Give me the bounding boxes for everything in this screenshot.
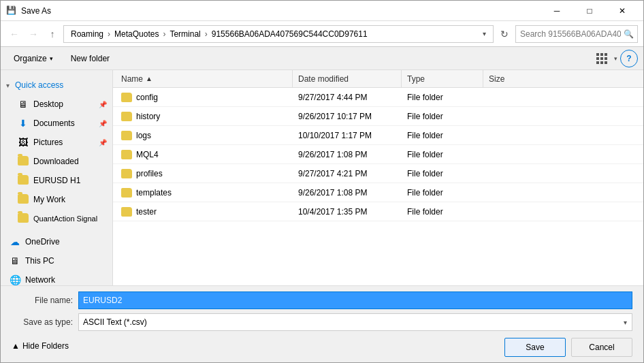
file-date-cell: 9/26/2017 1:08 PM bbox=[293, 188, 402, 198]
file-type-cell: File folder bbox=[402, 150, 483, 159]
sidebar-item-desktop[interactable]: 🖥 Desktop 📌 bbox=[1, 95, 112, 114]
sidebar-item-onedrive[interactable]: ☁ OneDrive bbox=[1, 232, 112, 251]
breadcrumb[interactable]: Roaming › MetaQuotes › Terminal › 915566… bbox=[63, 25, 494, 43]
sidebar-desktop-label: Desktop bbox=[33, 99, 63, 109]
table-row[interactable]: logs 10/10/2017 1:17 PM File folder bbox=[113, 126, 643, 145]
main-content: ▾ Quick access 🖥 Desktop 📌 ⬇ Documents 📌… bbox=[1, 70, 643, 285]
file-name-cell: logs bbox=[116, 131, 293, 140]
pictures-icon: 🖼 bbox=[17, 137, 29, 148]
sidebar-quantaction-label: QuantAction Signal bbox=[33, 215, 97, 223]
saveas-select[interactable]: ASCII Text (*.csv) bbox=[78, 313, 632, 331]
sort-arrow-icon: ▲ bbox=[146, 75, 152, 82]
column-header-name[interactable]: Name ▲ bbox=[116, 70, 293, 87]
window-title: Save As bbox=[21, 6, 541, 16]
organize-label: Organize bbox=[14, 54, 47, 63]
close-button[interactable]: ✕ bbox=[607, 1, 638, 21]
sidebar-thispc-label: This PC bbox=[25, 256, 54, 266]
file-date-cell: 9/27/2017 4:21 PM bbox=[293, 169, 402, 178]
sidebar-item-downloaded[interactable]: Downloaded bbox=[1, 152, 112, 171]
file-name-cell: MQL4 bbox=[116, 150, 293, 159]
table-row[interactable]: templates 9/26/2017 1:08 PM File folder bbox=[113, 183, 643, 202]
sidebar-item-quantaction[interactable]: QuantAction Signal bbox=[1, 209, 112, 228]
title-bar: 💾 Save As ─ □ ✕ bbox=[1, 1, 643, 21]
refresh-button[interactable]: ↻ bbox=[496, 26, 513, 42]
address-bar: ← → ↑ Roaming › MetaQuotes › Terminal › … bbox=[1, 21, 643, 47]
table-row[interactable]: config 9/27/2017 4:44 PM File folder bbox=[113, 88, 643, 107]
view-button[interactable] bbox=[592, 50, 611, 67]
saveas-select-wrapper: ASCII Text (*.csv) ▾ bbox=[78, 313, 632, 331]
file-type-cell: File folder bbox=[402, 207, 483, 217]
file-name-cell: profiles bbox=[116, 169, 293, 178]
quantaction-folder-icon bbox=[17, 213, 29, 225]
file-name-cell: config bbox=[116, 93, 293, 102]
filename-input[interactable] bbox=[78, 291, 632, 309]
file-name-text: logs bbox=[136, 131, 151, 140]
sidebar-item-eurusd[interactable]: EURUSD H1 bbox=[1, 171, 112, 190]
sidebar-item-mywork[interactable]: My Work bbox=[1, 190, 112, 209]
breadcrumb-sep1: › bbox=[108, 29, 110, 39]
file-list: Name ▲ Date modified Type Size config 9/… bbox=[113, 70, 643, 285]
breadcrumb-roaming[interactable]: Roaming bbox=[71, 29, 103, 39]
table-row[interactable]: profiles 9/27/2017 4:21 PM File folder bbox=[113, 164, 643, 183]
folder-icon bbox=[121, 188, 132, 198]
sidebar-item-pictures[interactable]: 🖼 Pictures 📌 bbox=[1, 133, 112, 152]
breadcrumb-metaquotes[interactable]: MetaQuotes bbox=[114, 29, 159, 39]
title-controls: ─ □ ✕ bbox=[541, 1, 638, 21]
svg-rect-2 bbox=[605, 53, 607, 56]
new-folder-button[interactable]: New folder bbox=[63, 50, 117, 67]
file-name-text: tester bbox=[136, 207, 157, 217]
file-date-cell: 9/27/2017 4:44 PM bbox=[293, 93, 402, 102]
svg-rect-6 bbox=[596, 61, 599, 64]
sidebar-pictures-label: Pictures bbox=[33, 138, 63, 147]
cancel-button[interactable]: Cancel bbox=[571, 338, 632, 357]
organize-button[interactable]: Organize ▾ bbox=[6, 50, 61, 67]
bottom-actions: Save Cancel bbox=[504, 338, 632, 357]
back-button[interactable]: ← bbox=[6, 26, 22, 42]
table-row[interactable]: MQL4 9/26/2017 1:08 PM File folder bbox=[113, 145, 643, 164]
saveas-row: Save as type: ASCII Text (*.csv) ▾ bbox=[12, 313, 632, 331]
table-row[interactable]: tester 10/4/2017 1:35 PM File folder bbox=[113, 202, 643, 221]
file-name-text: MQL4 bbox=[136, 150, 159, 159]
sidebar-section-quick-access[interactable]: ▾ Quick access bbox=[1, 76, 112, 95]
sidebar-item-network[interactable]: 🌐 Network bbox=[1, 270, 112, 285]
file-date-cell: 9/26/2017 10:17 PM bbox=[293, 112, 402, 121]
documents-icon: ⬇ bbox=[17, 118, 29, 129]
forward-button[interactable]: → bbox=[25, 26, 42, 42]
breadcrumb-folder-id[interactable]: 915566BA06ADA407569C544CC0D97611 bbox=[212, 29, 368, 39]
column-header-date[interactable]: Date modified bbox=[293, 70, 402, 87]
sidebar-eurusd-label: EURUSD H1 bbox=[33, 176, 80, 185]
file-type-cell: File folder bbox=[402, 131, 483, 140]
breadcrumb-terminal[interactable]: Terminal bbox=[170, 29, 200, 39]
column-header-size[interactable]: Size bbox=[483, 70, 538, 87]
toolbar-right: ▾ ? bbox=[592, 50, 638, 67]
table-row[interactable]: history 9/26/2017 10:17 PM File folder bbox=[113, 107, 643, 126]
search-input[interactable] bbox=[515, 25, 638, 43]
sidebar-item-documents[interactable]: ⬇ Documents 📌 bbox=[1, 114, 112, 133]
file-type-cell: File folder bbox=[402, 188, 483, 198]
minimize-button[interactable]: ─ bbox=[541, 1, 573, 21]
pin-icon-pic: 📌 bbox=[99, 139, 107, 146]
breadcrumb-dropdown-icon[interactable]: ▾ bbox=[483, 30, 486, 37]
filename-row: File name: bbox=[12, 291, 632, 309]
save-as-dialog: 💾 Save As ─ □ ✕ ← → ↑ Roaming › MetaQuot… bbox=[0, 0, 644, 363]
saveas-label: Save as type: bbox=[12, 317, 73, 327]
up-button[interactable]: ↑ bbox=[44, 26, 61, 42]
file-name-text: profiles bbox=[136, 169, 163, 178]
file-name-cell: tester bbox=[116, 207, 293, 217]
bottom-bar: File name: Save as type: ASCII Text (*.c… bbox=[1, 285, 643, 362]
help-button[interactable]: ? bbox=[620, 50, 638, 67]
file-date-cell: 10/10/2017 1:17 PM bbox=[293, 131, 402, 140]
hide-folders-toggle[interactable]: ▲ Hide Folders bbox=[12, 338, 69, 353]
sidebar-documents-label: Documents bbox=[33, 119, 75, 128]
file-name-text: config bbox=[136, 93, 158, 102]
save-button[interactable]: Save bbox=[504, 338, 566, 357]
column-header-type[interactable]: Type bbox=[402, 70, 483, 87]
maximize-button[interactable]: □ bbox=[574, 1, 605, 21]
new-folder-label: New folder bbox=[71, 54, 110, 63]
folder-icon bbox=[121, 207, 132, 217]
sidebar-item-thispc[interactable]: 🖥 This PC bbox=[1, 251, 112, 270]
network-icon: 🌐 bbox=[9, 274, 21, 285]
svg-rect-8 bbox=[605, 61, 607, 64]
folder-icon bbox=[121, 131, 132, 140]
pin-icon: 📌 bbox=[99, 101, 107, 108]
